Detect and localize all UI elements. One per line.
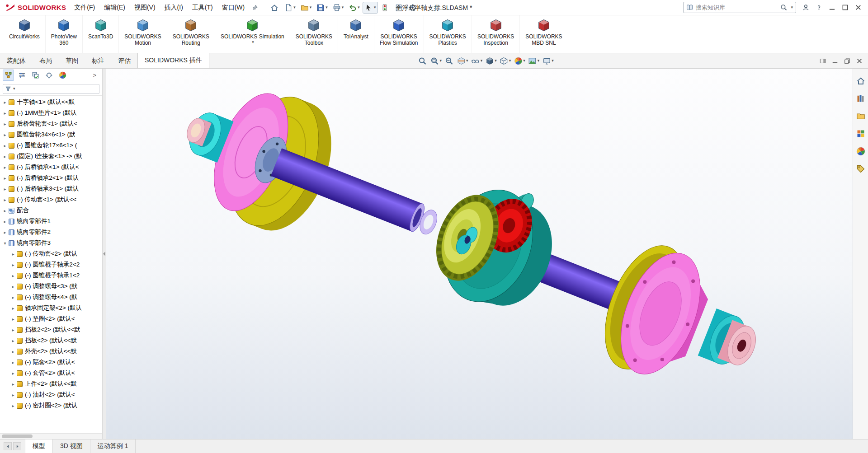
tree-item[interactable]: ▸ 轴承固定架<2> (默认 [0,303,102,313]
graphics-viewport[interactable] [106,69,853,439]
menu-item[interactable]: 插入(I) [160,0,188,15]
tree-item[interactable]: ▸ 镜向零部件1 [0,216,102,227]
edit-appearance-icon[interactable]: ▾ [513,56,527,66]
tree-item[interactable]: ▸ 十字轴<1> (默认<<默 [0,97,102,107]
configurationmanager-tab[interactable] [30,70,41,81]
expand-arrow-icon[interactable]: ▸ [10,392,16,397]
maximize-button[interactable] [839,2,851,13]
document-tab[interactable]: 运动算例 1 [90,439,136,453]
expand-arrow-icon[interactable]: ▸ [2,230,8,235]
expand-arrow-icon[interactable]: ▸ [10,295,16,300]
tolanalyst-button[interactable]: TolAnalyst [338,15,374,53]
search-input[interactable]: 搜索知识库 [696,4,778,12]
circuitworks-button[interactable]: CircuitWorks [4,15,46,53]
user-account-button[interactable] [800,2,812,13]
resources-tab[interactable] [855,75,867,87]
home-button[interactable] [268,2,282,14]
display-style-icon[interactable]: ▾ [499,56,513,66]
command-tab[interactable]: 评估 [111,53,137,68]
solidworks-plastics-button[interactable]: SOLIDWORKS Plastics [424,15,472,53]
scroll-tabs-right-button[interactable] [13,442,21,450]
featuremanager-tab[interactable] [3,70,14,81]
tree-item[interactable]: ▸ (-) 后桥轴承2<1> (默认 [0,173,102,183]
select-button[interactable]: ▾ [363,2,378,14]
differential-assembly[interactable] [425,177,566,318]
tree-item[interactable]: ▾ 镜向零部件3 [0,238,102,248]
pin-menu-icon[interactable] [249,4,261,12]
expand-arrow-icon[interactable]: ▸ [2,143,8,148]
document-tab[interactable]: 模型 [25,439,53,453]
expand-arrow-icon[interactable]: ▸ [10,360,16,365]
tree-item[interactable]: ▸ 挡板2<2> (默认<<默 [0,324,102,335]
menu-item[interactable]: 窗口(W) [217,0,250,15]
expand-arrow-icon[interactable]: ▸ [2,100,8,105]
tree-filter-input[interactable]: ▾ [3,84,99,94]
scrollbar-thumb[interactable] [2,434,33,438]
custom-properties-tab[interactable] [855,163,867,175]
view-settings-icon[interactable]: ▾ [541,56,555,66]
expand-arrow-icon[interactable]: ▸ [10,371,16,376]
print-button[interactable]: ▾ [330,2,346,14]
tree-item[interactable]: ▸ (-) 传动套<2> (默认 [0,248,102,259]
solidworks-flow-simulation-button[interactable]: SOLIDWORKS Flow Simulation [374,15,424,53]
open-button[interactable]: ▾ [298,2,314,14]
command-tab[interactable]: 标注 [85,53,111,68]
tree-item[interactable]: ▸ 后桥齿轮套<1> (默认< [0,118,102,129]
minimize-button[interactable] [826,2,838,13]
panel-splitter[interactable] [103,69,106,439]
tree-item[interactable]: ▸ (-) 隔套<2> (默认< [0,357,102,368]
solidworks-simulation-button[interactable]: SOLIDWORKS Simulation ▾ [215,15,290,53]
help-button[interactable] [813,2,825,13]
tree-item[interactable]: ▸ (-) 后桥轴承<1> (默认< [0,162,102,173]
command-tab[interactable]: 装配体 [0,53,33,68]
design-library-tab[interactable] [855,93,867,104]
menu-item[interactable]: 编辑(E) [99,0,130,15]
scroll-tabs-left-button[interactable] [4,442,12,450]
expand-arrow-icon[interactable]: ▸ [10,252,16,257]
expand-arrow-icon[interactable]: ▸ [10,349,16,354]
expand-arrow-icon[interactable]: ▸ [2,187,8,191]
solidworks-motion-button[interactable]: SOLIDWORKS Motion [119,15,167,53]
tree-item[interactable]: ▸ (-) 套管<2> (默认< [0,368,102,378]
dimxpertmanager-tab[interactable] [43,70,55,81]
pane-toggle-button[interactable] [820,58,826,64]
expand-arrow-icon[interactable]: ▸ [2,219,8,224]
tree-item[interactable]: ▸ (-) 密封圈<2> (默认 [0,400,102,411]
tree-item[interactable]: ▸ 挡板<2> (默认<<默 [0,335,102,346]
tree-item[interactable]: ▸ 配合 [0,205,102,216]
expand-arrow-icon[interactable]: ▸ [2,121,8,126]
right-wheel-assembly[interactable] [589,234,761,385]
tree-item[interactable]: ▸ (-) 调整螺母<4> (默 [0,292,102,303]
tree-item[interactable]: ▸ (-) 1MM垫片<1> (默认 [0,107,102,118]
undo-button[interactable]: ▾ [346,2,362,14]
solidworks-mbd-snl-button[interactable]: SOLIDWORKS MBD SNL [520,15,568,53]
doc-restore-button[interactable] [844,58,850,64]
apply-scene-icon[interactable]: ▾ [527,56,541,66]
tree-item[interactable]: ▸ (-) 油封<2> (默认< [0,389,102,400]
expand-arrow-icon[interactable]: ▸ [10,262,16,267]
expand-arrow-icon[interactable]: ▸ [10,338,16,343]
close-button[interactable] [852,2,864,13]
solidworks-inspection-button[interactable]: SOLIDWORKS Inspection [472,15,520,53]
scanto3d-button[interactable]: ScanTo3D [83,15,119,53]
photoview-360-button[interactable]: PhotoView 360 [46,15,83,53]
expand-arrow-icon[interactable]: ▸ [10,327,16,332]
previous-view-icon[interactable] [443,56,455,66]
menu-item[interactable]: 视图(V) [130,0,160,15]
zoom-area-icon[interactable]: ▾ [429,56,443,66]
expand-arrow-icon[interactable]: ▸ [10,284,16,289]
displaymanager-tab[interactable] [57,70,68,81]
search-caret[interactable]: ▾ [791,5,793,9]
save-button[interactable]: ▾ [314,2,330,14]
filter-caret[interactable]: ▾ [13,87,15,91]
hide-show-items-icon[interactable]: ▾ [470,56,484,66]
appearances-tab[interactable] [855,145,867,157]
search-icon[interactable] [780,4,787,11]
doc-close-button[interactable] [856,58,863,64]
tree-item[interactable]: ▸ (-) 圆锥棍子轴承1<2 [0,270,102,281]
expand-arrow-icon[interactable]: ▸ [2,154,8,159]
expand-arrow-icon[interactable]: ▸ [2,165,8,170]
expand-arrow-icon[interactable]: ▸ [2,132,8,137]
section-view-icon[interactable]: ▾ [456,56,470,66]
expand-arrow-icon[interactable]: ▸ [10,317,16,322]
